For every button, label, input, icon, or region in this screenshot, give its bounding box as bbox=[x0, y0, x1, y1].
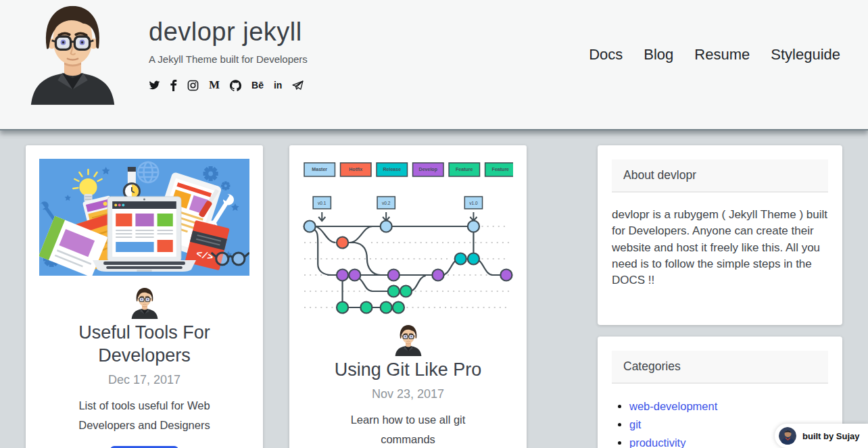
svg-text:Release: Release bbox=[383, 168, 401, 172]
post-title[interactable]: Useful Tools For Developers bbox=[39, 322, 249, 368]
nav-resume[interactable]: Resume bbox=[694, 46, 750, 64]
about-title: About devlopr bbox=[612, 159, 828, 193]
facebook-icon[interactable] bbox=[170, 79, 177, 91]
linkedin-icon[interactable]: in bbox=[274, 79, 282, 91]
category-link-productivity[interactable]: productivity bbox=[629, 437, 685, 448]
categories-title: Categories bbox=[612, 351, 828, 384]
author-avatar bbox=[129, 288, 160, 319]
badge-label: built by Sujay bbox=[802, 431, 860, 441]
site-header: devlopr jekyll A Jekyll Theme built for … bbox=[0, 0, 868, 130]
site-avatar bbox=[27, 5, 118, 105]
behance-icon[interactable]: Bē bbox=[251, 79, 264, 91]
post-description: List of tools useful for Web Developers … bbox=[59, 396, 230, 436]
telegram-icon[interactable] bbox=[292, 79, 304, 91]
svg-text:Feature: Feature bbox=[492, 168, 510, 172]
svg-text:v0.1: v0.1 bbox=[318, 201, 327, 205]
about-card: About devlopr devlopr is a rubygem ( Jek… bbox=[598, 145, 842, 325]
post-card-useful-tools: </> bbox=[26, 145, 263, 448]
social-links: M Bē in bbox=[149, 79, 308, 91]
site-title[interactable]: devlopr jekyll bbox=[149, 18, 308, 47]
nav-docs[interactable]: Docs bbox=[589, 46, 623, 64]
about-body: devlopr is a rubygem ( Jekyll Theme ) bu… bbox=[598, 193, 842, 289]
post-thumbnail-tools-illustration[interactable]: </> bbox=[39, 159, 249, 276]
twitter-icon[interactable] bbox=[149, 79, 160, 91]
nav-blog[interactable]: Blog bbox=[644, 46, 673, 64]
post-thumbnail-git-diagram[interactable]: Master Hotfix Release Develop Feature Fe… bbox=[303, 159, 513, 317]
svg-text:Develop: Develop bbox=[419, 168, 437, 173]
svg-text:Hotfix: Hotfix bbox=[349, 168, 362, 172]
main-nav: Docs Blog Resume Styleguide bbox=[589, 46, 840, 64]
svg-text:Master: Master bbox=[312, 168, 327, 172]
post-date: Dec 17, 2017 bbox=[39, 373, 249, 387]
post-date: Nov 23, 2017 bbox=[303, 387, 513, 401]
post-description: Learn how to use all git commands bbox=[323, 410, 493, 448]
category-link-git[interactable]: git bbox=[629, 418, 641, 430]
post-title[interactable]: Using Git Like Pro bbox=[303, 359, 513, 382]
svg-text:v1.0: v1.0 bbox=[469, 201, 478, 205]
nav-styleguide[interactable]: Styleguide bbox=[771, 46, 840, 64]
category-item: web-development bbox=[629, 400, 842, 413]
instagram-icon[interactable] bbox=[187, 79, 199, 91]
brand-block: devlopr jekyll A Jekyll Theme built for … bbox=[149, 18, 308, 91]
devlopr-homepage: devlopr jekyll A Jekyll Theme built for … bbox=[0, 0, 868, 448]
built-by-badge[interactable]: built by Sujay bbox=[775, 424, 868, 448]
author-avatar bbox=[393, 325, 424, 356]
builder-avatar bbox=[779, 427, 796, 445]
post-card-git-pro: Master Hotfix Release Develop Feature Fe… bbox=[289, 145, 527, 448]
svg-text:v0.2: v0.2 bbox=[382, 201, 391, 205]
github-icon[interactable] bbox=[230, 79, 241, 91]
svg-text:Feature: Feature bbox=[456, 168, 473, 172]
site-subtitle: A Jekyll Theme built for Developers bbox=[149, 53, 308, 65]
category-link-web-development[interactable]: web-development bbox=[629, 400, 717, 412]
medium-icon[interactable]: M bbox=[209, 79, 220, 91]
